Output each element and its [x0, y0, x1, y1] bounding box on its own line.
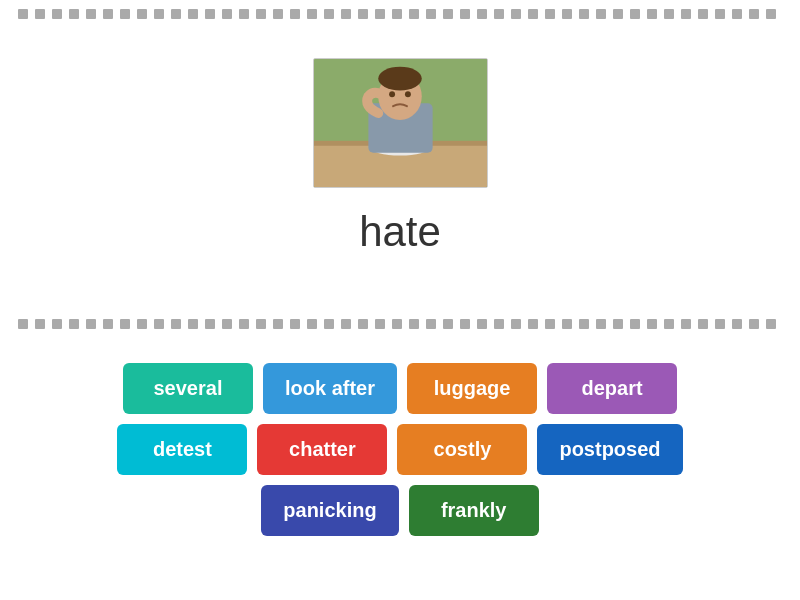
border-dot: [732, 319, 742, 329]
border-dot: [647, 9, 657, 19]
border-dot: [698, 9, 708, 19]
border-dot: [511, 9, 521, 19]
border-dot: [511, 319, 521, 329]
border-dot: [222, 319, 232, 329]
words-row-3: panickingfrankly: [261, 485, 538, 536]
border-dot: [324, 9, 334, 19]
border-dot: [562, 319, 572, 329]
border-dot: [171, 9, 181, 19]
border-dot: [409, 319, 419, 329]
border-dot: [494, 9, 504, 19]
border-dot: [341, 319, 351, 329]
border-dot: [528, 319, 538, 329]
border-dot: [86, 9, 96, 19]
mid-border: [0, 310, 800, 338]
border-dot: [664, 319, 674, 329]
border-dot: [613, 9, 623, 19]
border-dot: [358, 319, 368, 329]
btn-postposed[interactable]: postposed: [537, 424, 682, 475]
border-dot: [443, 9, 453, 19]
border-dot: [137, 9, 147, 19]
border-dot: [715, 319, 725, 329]
border-dot: [154, 9, 164, 19]
border-dot: [579, 9, 589, 19]
svg-point-9: [404, 91, 410, 97]
border-dot: [154, 319, 164, 329]
svg-point-8: [389, 91, 395, 97]
btn-costly[interactable]: costly: [397, 424, 527, 475]
border-dot: [749, 9, 759, 19]
border-dot: [477, 319, 487, 329]
border-dot: [69, 9, 79, 19]
border-dot: [528, 9, 538, 19]
border-dot: [494, 319, 504, 329]
btn-frankly[interactable]: frankly: [409, 485, 539, 536]
border-dot: [681, 9, 691, 19]
border-dot: [766, 9, 776, 19]
image-area: [313, 58, 488, 188]
border-dot: [256, 319, 266, 329]
border-dot: [681, 319, 691, 329]
btn-panicking[interactable]: panicking: [261, 485, 398, 536]
top-border: [0, 0, 800, 28]
border-dot: [290, 9, 300, 19]
border-dot: [664, 9, 674, 19]
btn-detest[interactable]: detest: [117, 424, 247, 475]
border-dot: [35, 9, 45, 19]
word-display: hate: [359, 208, 441, 256]
border-dot: [392, 9, 402, 19]
border-dot: [69, 319, 79, 329]
border-dot: [426, 9, 436, 19]
border-dot: [256, 9, 266, 19]
border-dot: [222, 9, 232, 19]
border-dot: [103, 319, 113, 329]
border-dot: [307, 9, 317, 19]
person-image: [314, 58, 487, 188]
border-dot: [630, 9, 640, 19]
border-dot: [477, 9, 487, 19]
border-dot: [392, 319, 402, 329]
border-dot: [409, 9, 419, 19]
border-dot: [596, 9, 606, 19]
border-dot: [52, 9, 62, 19]
btn-depart[interactable]: depart: [547, 363, 677, 414]
border-dot: [545, 319, 555, 329]
border-dot: [545, 9, 555, 19]
border-dot: [120, 9, 130, 19]
btn-several[interactable]: several: [123, 363, 253, 414]
border-dot: [375, 319, 385, 329]
border-dot: [460, 319, 470, 329]
border-dot: [443, 319, 453, 329]
border-dot: [239, 9, 249, 19]
border-dot: [273, 319, 283, 329]
border-dot: [698, 319, 708, 329]
border-dot: [358, 9, 368, 19]
border-dot: [290, 319, 300, 329]
words-row-2: detestchattercostlypostposed: [117, 424, 682, 475]
btn-chatter[interactable]: chatter: [257, 424, 387, 475]
border-dot: [18, 319, 28, 329]
border-dot: [613, 319, 623, 329]
border-dot: [426, 319, 436, 329]
border-dot: [732, 9, 742, 19]
border-dot: [596, 319, 606, 329]
border-dot: [647, 319, 657, 329]
border-dot: [205, 9, 215, 19]
border-dot: [341, 9, 351, 19]
border-dot: [188, 9, 198, 19]
border-dot: [120, 319, 130, 329]
border-dot: [375, 9, 385, 19]
words-area: severallook afterluggagedepart detestcha…: [0, 348, 800, 600]
border-dot: [579, 319, 589, 329]
border-dot: [460, 9, 470, 19]
border-dot: [749, 319, 759, 329]
border-dot: [324, 319, 334, 329]
border-dot: [188, 319, 198, 329]
border-dot: [766, 319, 776, 329]
border-dot: [715, 9, 725, 19]
border-dot: [273, 9, 283, 19]
btn-luggage[interactable]: luggage: [407, 363, 537, 414]
border-dot: [52, 319, 62, 329]
border-dot: [18, 9, 28, 19]
btn-look-after[interactable]: look after: [263, 363, 397, 414]
